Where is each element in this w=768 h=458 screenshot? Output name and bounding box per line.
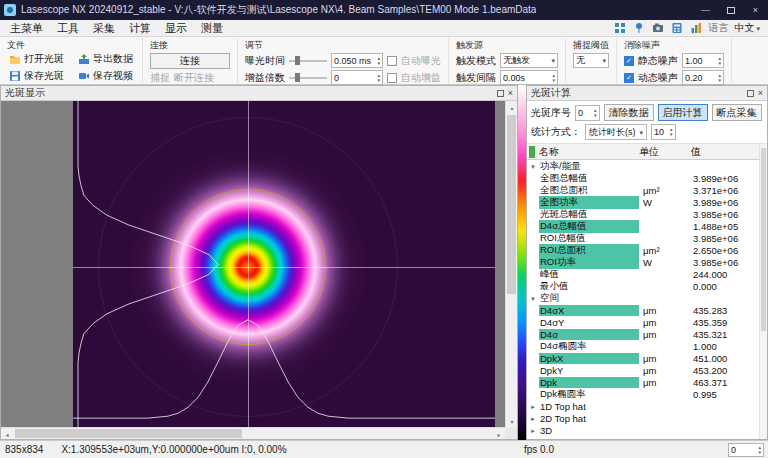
- table-row[interactable]: 光斑总幅值 3.985e+06: [527, 208, 767, 220]
- spinner-arrows-icon[interactable]: ▴▾: [670, 127, 673, 137]
- menu-item[interactable]: 计算: [122, 21, 158, 36]
- stats-duration-spinner[interactable]: 10 ▴▾: [651, 124, 676, 140]
- row-expand-icon[interactable]: ▾: [527, 295, 539, 302]
- row-expand-icon[interactable]: ▸: [527, 415, 539, 422]
- minimize-button[interactable]: —: [693, 0, 718, 20]
- table-row[interactable]: D4σ μm 435.321: [527, 328, 767, 340]
- open-beam-button[interactable]: 打开光斑: [7, 51, 66, 66]
- table-row[interactable]: DpkY μm 453.200: [527, 364, 767, 376]
- export-data-button[interactable]: 导出数据: [76, 51, 135, 66]
- scroll-down-icon[interactable]: ▾: [506, 415, 517, 427]
- vertical-scrollbar[interactable]: ▴ ▾: [505, 101, 517, 427]
- breakpoint-capture-button[interactable]: 断点采集: [712, 104, 762, 121]
- vertical-scroll-thumb[interactable]: [507, 115, 516, 294]
- table-row[interactable]: 全图总面积 μm² 3.371e+06: [527, 184, 767, 196]
- beam-viewport[interactable]: ▴ ▾ ◂ ▸: [1, 101, 517, 439]
- menu-item[interactable]: 主菜单: [3, 21, 50, 36]
- spinner-arrows-icon[interactable]: ▴▾: [552, 73, 555, 83]
- table-scroll-thumb[interactable]: [761, 148, 766, 331]
- table-row[interactable]: D4σX μm 435.283: [527, 304, 767, 316]
- table-row[interactable]: DpkX μm 451.000: [527, 352, 767, 364]
- slider-thumb[interactable]: [295, 73, 300, 82]
- stats-mode-select[interactable]: 统计时长(s) ▾: [585, 124, 647, 140]
- float-window-icon[interactable]: [497, 90, 504, 97]
- horizontal-scroll-thumb[interactable]: [15, 429, 242, 438]
- gain-slider[interactable]: [289, 72, 327, 83]
- language-select[interactable]: 中文 ▾: [734, 21, 760, 35]
- row-expand-icon[interactable]: ▸: [527, 427, 539, 434]
- column-header-name[interactable]: 名称: [539, 145, 639, 159]
- table-row[interactable]: D4σY μm 435.359: [527, 316, 767, 328]
- row-expand-icon[interactable]: ▸: [527, 403, 539, 410]
- column-header-unit[interactable]: 单位: [639, 145, 691, 159]
- spinner-arrows-icon[interactable]: ▴▾: [377, 73, 380, 83]
- table-row[interactable]: 全图功率 W 3.989e+06: [527, 196, 767, 208]
- auto-exposure-checkbox[interactable]: [387, 56, 397, 66]
- table-row[interactable]: ROI总幅值 3.985e+06: [527, 232, 767, 244]
- exposure-slider[interactable]: [289, 55, 327, 66]
- column-header-value[interactable]: 值: [691, 145, 767, 159]
- chart-icon[interactable]: [689, 22, 702, 35]
- static-noise-spinner[interactable]: 1.00 ▴▾: [682, 53, 724, 68]
- table-row[interactable]: ▸ 1D Top hat: [527, 400, 767, 412]
- menu-item[interactable]: 采集: [86, 21, 122, 36]
- auto-gain-checkbox[interactable]: [387, 73, 397, 83]
- grid-icon[interactable]: [613, 22, 626, 35]
- spinner-arrows-icon[interactable]: ▴▾: [758, 445, 761, 455]
- table-row[interactable]: D4σ椭圆率 1.000: [527, 340, 767, 352]
- close-panel-icon[interactable]: ×: [758, 89, 763, 98]
- capture-button[interactable]: 捕捉: [150, 71, 170, 85]
- beam-index-spinner[interactable]: 0 ▴▾: [575, 105, 600, 121]
- table-row[interactable]: ROI总面积 μm² 2.650e+06: [527, 244, 767, 256]
- menu-item[interactable]: 显示: [158, 21, 194, 36]
- spinner-arrows-icon[interactable]: ▴▾: [594, 108, 597, 118]
- table-row[interactable]: 峰值 244.000: [527, 268, 767, 280]
- table-row[interactable]: 全图总幅值 3.989e+06: [527, 172, 767, 184]
- dynamic-noise-checkbox[interactable]: ✓: [624, 73, 634, 83]
- table-row[interactable]: Dpk椭圆率 0.995: [527, 388, 767, 400]
- scroll-up-icon[interactable]: ▴: [506, 101, 517, 113]
- save-video-button[interactable]: 保存视频: [76, 68, 135, 83]
- spinner-arrows-icon[interactable]: ▴▾: [377, 56, 380, 66]
- gain-value-spinner[interactable]: 0 ▴▾: [331, 70, 383, 85]
- camera-icon[interactable]: [651, 22, 664, 35]
- horizontal-scrollbar[interactable]: ◂ ▸: [1, 427, 505, 439]
- exposure-value-spinner[interactable]: 0.050 ms ▴▾: [331, 53, 383, 68]
- table-row[interactable]: Dpk μm 463.371: [527, 376, 767, 388]
- trigger-interval-spinner[interactable]: 0.00s ▴▾: [500, 70, 558, 85]
- slider-thumb[interactable]: [295, 56, 300, 65]
- spinner-arrows-icon[interactable]: ▴▾: [718, 73, 721, 83]
- close-button[interactable]: ×: [743, 0, 768, 20]
- maximize-button[interactable]: [718, 0, 743, 20]
- dynamic-noise-spinner[interactable]: 0.20 ▴▾: [682, 70, 724, 85]
- scroll-left-icon[interactable]: ◂: [1, 428, 13, 439]
- spinner-arrows-icon[interactable]: ▴▾: [718, 56, 721, 66]
- table-row[interactable]: ROI功率 W 3.985e+06: [527, 256, 767, 268]
- trigger-mode-select[interactable]: 无触发 ▾: [500, 53, 558, 68]
- static-noise-checkbox[interactable]: ✓: [624, 56, 634, 66]
- table-row[interactable]: 最小值 0.000: [527, 280, 767, 292]
- calculator-icon[interactable]: [670, 22, 683, 35]
- clear-data-button[interactable]: 清除数据: [604, 104, 654, 121]
- enable-calc-button[interactable]: 启用计算: [658, 104, 708, 121]
- menu-item[interactable]: 测量: [194, 21, 230, 36]
- table-row[interactable]: ▾ 空间: [527, 292, 767, 304]
- connect-button[interactable]: 连接: [150, 53, 230, 69]
- scroll-right-icon[interactable]: ▸: [493, 428, 505, 439]
- row-unit: μm: [639, 377, 691, 388]
- menu-item[interactable]: 工具: [50, 21, 86, 36]
- threshold-select[interactable]: 无 ▾: [573, 53, 609, 68]
- beam-image[interactable]: [73, 101, 495, 427]
- frame-count-spinner[interactable]: 0 ▴▾: [728, 443, 764, 457]
- disconnect-button[interactable]: 断开连接: [174, 71, 214, 85]
- table-row[interactable]: ▸ 2D Top hat: [527, 412, 767, 424]
- row-expand-icon[interactable]: ▾: [527, 163, 539, 170]
- float-window-icon[interactable]: [747, 90, 754, 97]
- table-row[interactable]: ▸ 3D: [527, 424, 767, 436]
- save-beam-button[interactable]: 保存光斑: [7, 68, 66, 83]
- pin-icon[interactable]: [632, 22, 645, 35]
- close-panel-icon[interactable]: ×: [508, 89, 513, 98]
- table-scrollbar[interactable]: [759, 144, 767, 439]
- table-row[interactable]: ▾ 功率/能量: [527, 160, 767, 172]
- table-row[interactable]: D4σ总幅值 1.488e+05: [527, 220, 767, 232]
